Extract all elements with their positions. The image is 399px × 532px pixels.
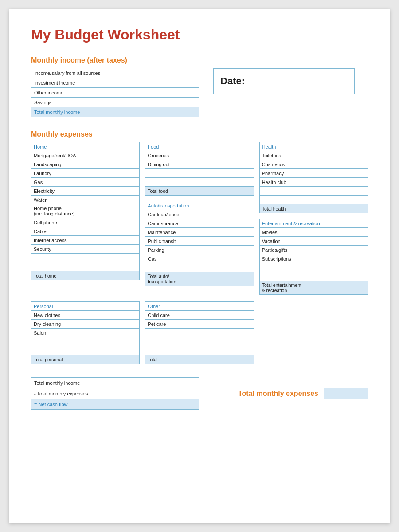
expense-row-value[interactable] <box>227 346 254 355</box>
expense-row-value[interactable] <box>341 151 368 160</box>
personal-block: PersonalNew clothesDry cleaningSalonTota… <box>31 301 140 364</box>
expense-row-value[interactable] <box>341 160 368 169</box>
expense-row-value[interactable] <box>113 320 140 329</box>
expense-row-value[interactable] <box>113 236 140 245</box>
expense-row-value[interactable] <box>341 228 368 237</box>
expense-row-value[interactable] <box>341 187 368 196</box>
expense-row-label: Landscaping <box>31 160 113 169</box>
expense-row-value[interactable] <box>227 254 254 263</box>
expense-row-label: Mortgage/rent/HOA <box>31 151 113 160</box>
expense-row-value[interactable] <box>113 160 140 169</box>
food-auto-block: FoodGroceriesDining outTotal food Auto/t… <box>145 142 254 286</box>
expense-row-value[interactable] <box>227 237 254 246</box>
summary-row-value[interactable] <box>146 399 200 410</box>
other-block: OtherChild carePet careTotal <box>145 301 254 364</box>
income-row-value[interactable] <box>140 78 200 88</box>
expense-row-value[interactable] <box>341 254 368 263</box>
expense-row-value[interactable] <box>341 178 368 187</box>
expense-row-value[interactable] <box>113 218 140 227</box>
expense-row-value[interactable] <box>113 169 140 178</box>
income-row-label: Other income <box>31 88 140 98</box>
expense-row-value[interactable] <box>341 196 368 204</box>
expense-row-value[interactable] <box>227 311 254 320</box>
expense-row-value[interactable] <box>227 210 254 219</box>
expense-row: Parties/gifts <box>259 246 368 254</box>
expense-row: Health club <box>259 178 368 187</box>
other-table-total-label: Total <box>145 355 227 364</box>
expense-row-value[interactable] <box>113 227 140 236</box>
expense-row-value[interactable] <box>113 204 140 218</box>
personal-table-header: Personal <box>31 302 140 311</box>
expense-row: Toiletries <box>259 151 368 160</box>
expense-row: Dining out <box>145 160 254 169</box>
expense-row: Child care <box>145 311 254 320</box>
expense-row-value[interactable] <box>113 329 140 337</box>
expense-row-label: Gas <box>145 254 227 263</box>
expense-row-value[interactable] <box>113 262 140 271</box>
expense-row <box>31 337 140 346</box>
expense-row-value[interactable] <box>113 337 140 346</box>
expense-row-label <box>31 262 113 271</box>
home-table-total-value[interactable] <box>113 271 140 280</box>
summary-row-value[interactable] <box>146 378 200 388</box>
expense-row-value[interactable] <box>113 346 140 355</box>
expense-row: Laundry <box>31 169 140 178</box>
expense-row-value[interactable] <box>113 311 140 320</box>
expense-row-value[interactable] <box>227 228 254 237</box>
expense-row: Water <box>31 196 140 204</box>
entertainment-table-total-row: Total entertainment& recreation <box>259 281 368 295</box>
auto-table-total-value[interactable] <box>227 272 254 286</box>
total-monthly-expenses-box[interactable] <box>324 388 368 399</box>
expense-row-value[interactable] <box>341 169 368 178</box>
home-block: HomeMortgage/rent/HOALandscapingLaundryG… <box>31 142 140 280</box>
expense-row-value[interactable] <box>227 320 254 329</box>
health-table-total-value[interactable] <box>341 204 368 213</box>
expense-row-value[interactable] <box>227 263 254 272</box>
expense-row-value[interactable] <box>341 263 368 272</box>
expense-row-value[interactable] <box>227 160 254 169</box>
expense-row <box>145 178 254 187</box>
expense-row-value[interactable] <box>227 219 254 228</box>
expense-row-value[interactable] <box>113 245 140 254</box>
expense-row-value[interactable] <box>227 329 254 337</box>
health-table-header: Health <box>259 142 368 151</box>
expense-row-value[interactable] <box>113 196 140 204</box>
other-table-total-value[interactable] <box>227 355 254 364</box>
expense-row-value[interactable] <box>113 187 140 196</box>
expense-row-value[interactable] <box>341 237 368 246</box>
expense-row-label: Dining out <box>145 160 227 169</box>
income-row-value[interactable] <box>140 88 200 98</box>
expenses-top-grid: HomeMortgage/rent/HOALandscapingLaundryG… <box>31 142 368 295</box>
expense-row-value[interactable] <box>113 254 140 262</box>
page-title: My Budget Worksheet <box>31 27 368 43</box>
expense-row-value[interactable] <box>227 246 254 254</box>
expense-row-value[interactable] <box>113 151 140 160</box>
auto-table-header: Auto/transportation <box>145 201 254 210</box>
auto-table-total-row: Total auto/transportation <box>145 272 254 286</box>
personal-table-total-row: Total personal <box>31 355 140 364</box>
entertainment-table-total-value[interactable] <box>341 281 368 295</box>
expense-row-value[interactable] <box>341 246 368 254</box>
income-total-value[interactable] <box>140 107 200 117</box>
expense-row <box>145 169 254 178</box>
expense-row-value[interactable] <box>227 337 254 346</box>
expenses-bottom-grid: PersonalNew clothesDry cleaningSalonTota… <box>31 301 368 364</box>
expense-row-value[interactable] <box>113 178 140 187</box>
personal-table-total-value[interactable] <box>113 355 140 364</box>
expense-row-label: Groceries <box>145 151 227 160</box>
expense-row: Salon <box>31 329 140 337</box>
summary-row-value[interactable] <box>146 388 200 399</box>
expense-row-label: Health club <box>259 178 341 187</box>
food-table-total-value[interactable] <box>227 187 254 196</box>
auto-table-header-row: Auto/transportation <box>145 201 254 210</box>
expense-row-value[interactable] <box>341 272 368 281</box>
personal-table-total-label: Total personal <box>31 355 113 364</box>
expense-row-value[interactable] <box>227 169 254 178</box>
expense-row-value[interactable] <box>227 178 254 187</box>
health-table-total-label: Total health <box>259 204 341 213</box>
income-row-value[interactable] <box>140 68 200 78</box>
income-row-value[interactable] <box>140 98 200 107</box>
expense-row: Public transit <box>145 237 254 246</box>
home-table-total-row: Total home <box>31 271 140 280</box>
expense-row-value[interactable] <box>227 151 254 160</box>
